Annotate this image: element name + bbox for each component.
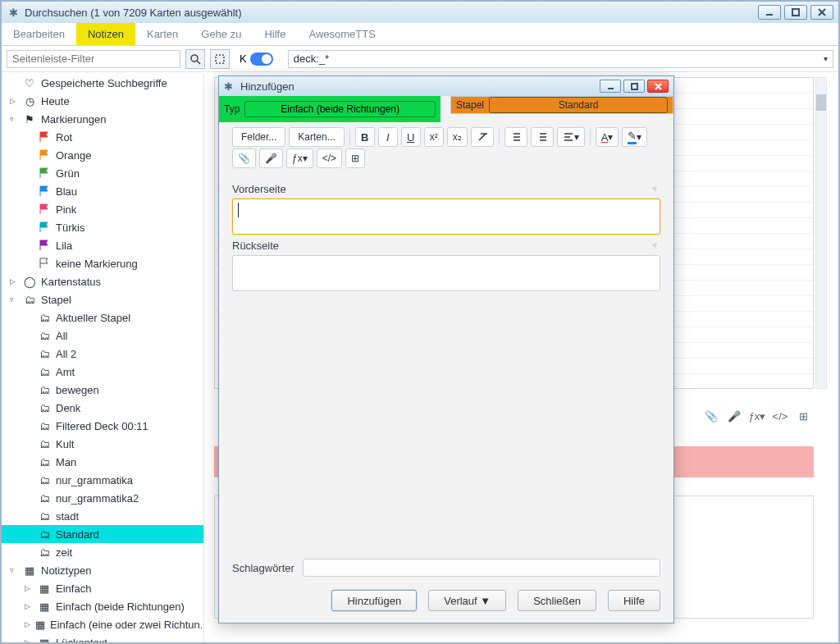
deck-stadt[interactable]: 🗂stadt <box>2 507 203 525</box>
menu-bearbeiten[interactable]: Bearbeiten <box>2 23 76 45</box>
deck-denk[interactable]: 🗂Denk <box>2 399 203 417</box>
close-button[interactable] <box>810 5 833 20</box>
pin-icon[interactable] <box>649 240 660 252</box>
expander-icon[interactable]: ▷ <box>25 638 33 642</box>
ol-list-button[interactable] <box>531 127 554 147</box>
notetype-einfach[interactable]: ▷▦Einfach <box>2 579 203 597</box>
add-minimize-button[interactable] <box>600 80 621 93</box>
ul-list-button[interactable] <box>504 127 527 147</box>
clear-format-button[interactable] <box>471 127 494 147</box>
front-field-input[interactable] <box>232 199 660 235</box>
flag-orange[interactable]: Orange <box>2 146 203 164</box>
equation-button[interactable]: ƒx▾ <box>286 148 313 168</box>
tree-cardstate[interactable]: ▷◯Kartenstatus <box>2 272 203 290</box>
notetype-selector[interactable]: Einfach (beide Richtungen) <box>244 101 436 117</box>
tree-today[interactable]: ▷◷Heute <box>2 92 203 110</box>
fx-icon[interactable]: ƒx▾ <box>750 409 765 423</box>
menu-karten[interactable]: Karten <box>135 23 189 45</box>
attach-button[interactable]: 📎 <box>232 148 256 168</box>
tree-flags-header[interactable]: ▿⚑Markierungen <box>2 110 203 128</box>
svg-rect-3 <box>632 84 637 89</box>
expander-icon[interactable]: ▷ <box>25 602 33 610</box>
expander-icon[interactable]: ▿ <box>10 295 18 304</box>
flag-tuerkis[interactable]: Türkis <box>2 218 203 236</box>
notetype-icon: ▦ <box>35 618 45 631</box>
expander-icon[interactable]: ▿ <box>10 566 18 574</box>
deck-bewegen[interactable]: 🗂bewegen <box>2 381 203 399</box>
deck-amt[interactable]: 🗂Amt <box>2 363 203 381</box>
help-button[interactable]: Hilfe <box>608 590 660 611</box>
flag-blau[interactable]: Blau <box>2 182 203 200</box>
search-query-combo[interactable]: deck:_* ▾ <box>288 50 833 68</box>
align-button[interactable]: ▾ <box>557 127 585 147</box>
expander-icon[interactable]: ▷ <box>10 277 18 285</box>
close-button-dlg[interactable]: Schließen <box>518 590 596 611</box>
pin-icon[interactable] <box>649 184 660 195</box>
deck-zeit[interactable]: 🗂zeit <box>2 543 203 561</box>
deck-aktuell[interactable]: 🗂Aktueller Stapel <box>2 308 203 327</box>
menu-awesometts[interactable]: AwesomeTTS <box>297 23 386 45</box>
addon-button[interactable]: ⊞ <box>345 148 365 168</box>
maximize-button[interactable] <box>784 5 807 20</box>
underline-button[interactable]: U <box>401 127 421 147</box>
history-button[interactable]: Verlauf ▼ <box>428 590 506 611</box>
tags-input[interactable] <box>303 559 660 577</box>
select-mode-button[interactable] <box>210 49 230 69</box>
deck-nurg[interactable]: 🗂nur_grammatika <box>2 471 203 489</box>
expander-icon[interactable]: ▷ <box>25 584 33 592</box>
menu-gehe-zu[interactable]: Gehe zu <box>189 23 253 45</box>
minimize-button[interactable] <box>758 5 781 20</box>
editor-toolbar: Felder... Karten... B I U x² x₂ ▾ A▾ ✎▾ <box>219 122 673 148</box>
expander-icon[interactable]: ▷ <box>10 97 18 105</box>
flag-gruen[interactable]: Grün <box>2 164 203 182</box>
superscript-button[interactable]: x² <box>424 127 444 147</box>
tree-saved-searches[interactable]: ♡Gespeicherte Suchbegriffe <box>2 74 203 92</box>
fields-button[interactable]: Felder... <box>232 127 285 147</box>
code-icon[interactable]: </> <box>773 409 788 423</box>
browser-titlebar[interactable]: ✱ Durchsuchen (1 von 7209 Karten ausgewä… <box>2 2 838 23</box>
deck-nurg2[interactable]: 🗂nur_grammatika2 <box>2 489 203 507</box>
addon-icon[interactable]: ⊞ <box>796 409 810 423</box>
deck-all[interactable]: 🗂All <box>2 327 203 345</box>
tree-decks-header[interactable]: ▿🗂Stapel <box>2 290 203 308</box>
notetype-einfach-12[interactable]: ▷▦Einfach (eine oder zwei Richtun... <box>2 615 203 633</box>
cards-notes-toggle[interactable] <box>250 53 273 66</box>
flag-pink[interactable]: Pink <box>2 200 203 218</box>
add-button[interactable]: Hinzufügen <box>331 590 417 611</box>
deck-kult[interactable]: 🗂Kult <box>2 435 203 453</box>
subscript-button[interactable]: x₂ <box>447 127 468 147</box>
deck-standard[interactable]: 🗂Standard <box>2 525 203 543</box>
table-scrollbar[interactable] <box>815 77 827 389</box>
sidebar-filter-input[interactable] <box>7 50 180 68</box>
flag-rot[interactable]: Rot <box>2 128 203 146</box>
expander-icon[interactable]: ▿ <box>10 115 18 123</box>
add-dialog-titlebar[interactable]: ✱ Hinzufügen <box>219 76 673 96</box>
bold-button[interactable]: B <box>355 127 375 147</box>
cards-button[interactable]: Karten... <box>289 127 344 147</box>
notetype-einfach-bd[interactable]: ▷▦Einfach (beide Richtungen) <box>2 597 203 615</box>
italic-button[interactable]: I <box>378 127 398 147</box>
tree-notetypes-header[interactable]: ▿▦Notiztypen <box>2 561 203 579</box>
text-color-button[interactable]: A▾ <box>596 127 619 147</box>
menu-hilfe[interactable]: Hilfe <box>253 23 297 45</box>
back-field-input[interactable] <box>232 255 660 291</box>
svg-rect-2 <box>216 55 224 63</box>
attach-icon[interactable]: 📎 <box>704 409 719 423</box>
deck-man[interactable]: 🗂Man <box>2 453 203 471</box>
deck-filtered[interactable]: 🗂Filtered Deck 00:11 <box>2 417 203 435</box>
deck-all2[interactable]: 🗂All 2 <box>2 345 203 363</box>
add-maximize-button[interactable] <box>623 80 645 93</box>
search-button[interactable] <box>185 49 205 69</box>
notetype-lueckentext[interactable]: ▷▦Lückentext <box>2 633 203 642</box>
sidebar-tree[interactable]: ♡Gespeicherte Suchbegriffe ▷◷Heute ▿⚑Mar… <box>2 74 203 642</box>
highlight-color-button[interactable]: ✎▾ <box>622 127 647 147</box>
menu-notizen[interactable]: Notizen <box>76 23 135 45</box>
record-button[interactable]: 🎤 <box>259 148 283 168</box>
add-close-button[interactable] <box>647 80 669 93</box>
flag-none[interactable]: keine Markierung <box>2 254 203 272</box>
html-button[interactable]: </> <box>317 148 342 168</box>
flag-lila[interactable]: Lila <box>2 236 203 254</box>
deck-selector[interactable]: Standard <box>489 97 668 113</box>
expander-icon[interactable]: ▷ <box>25 620 30 628</box>
mic-icon[interactable]: 🎤 <box>727 409 742 423</box>
